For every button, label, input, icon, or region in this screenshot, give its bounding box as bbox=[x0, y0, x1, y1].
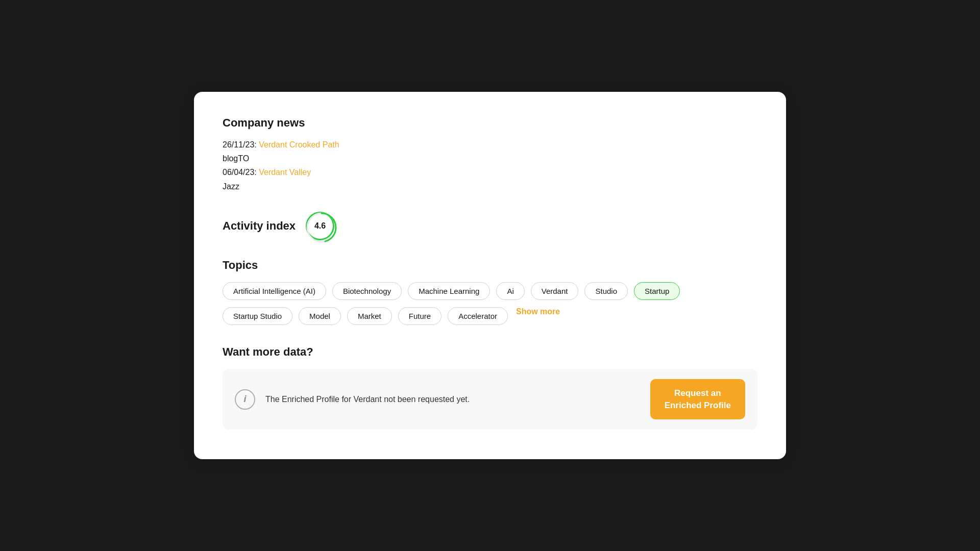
topic-tag-market[interactable]: Market bbox=[347, 307, 392, 325]
topic-tag-ai[interactable]: Artificial Intelligence (AI) bbox=[223, 282, 326, 300]
news-link-2[interactable]: Verdant Valley bbox=[259, 168, 311, 177]
show-more-button[interactable]: Show more bbox=[516, 307, 560, 325]
activity-section: Activity index 4.6 bbox=[223, 212, 757, 240]
news-date-2: 06/04/23: bbox=[223, 168, 257, 177]
enriched-profile-text: The Enriched Profile for Verdant not bee… bbox=[265, 395, 640, 404]
activity-circle: 4.6 bbox=[306, 212, 334, 240]
news-section: Company news 26/11/23: Verdant Crooked P… bbox=[223, 116, 757, 193]
news-date-1: 26/11/23: bbox=[223, 140, 257, 149]
topics-row-2: Startup Studio Model Market Future Accel… bbox=[223, 307, 757, 325]
info-icon: i bbox=[235, 389, 255, 410]
topics-section: Topics Artificial Intelligence (AI) Biot… bbox=[223, 259, 757, 325]
topic-tag-future[interactable]: Future bbox=[398, 307, 442, 325]
topics-row-1: Artificial Intelligence (AI) Biotechnolo… bbox=[223, 282, 757, 300]
activity-value: 4.6 bbox=[314, 221, 326, 231]
topic-tag-ai-short[interactable]: Ai bbox=[496, 282, 524, 300]
activity-label: Activity index bbox=[223, 219, 296, 233]
news-item-2: 06/04/23: Verdant Valley Jazz bbox=[223, 165, 757, 193]
topics-title: Topics bbox=[223, 259, 757, 272]
news-title: Company news bbox=[223, 116, 757, 130]
topic-tag-verdant[interactable]: Verdant bbox=[531, 282, 579, 300]
enriched-profile-row: i The Enriched Profile for Verdant not b… bbox=[223, 369, 757, 430]
news-source-2: Jazz bbox=[223, 180, 757, 193]
news-source-1: blogTO bbox=[223, 152, 757, 165]
news-item-1: 26/11/23: Verdant Crooked Path blogTO bbox=[223, 138, 757, 165]
topic-tag-ml[interactable]: Machine Learning bbox=[408, 282, 490, 300]
request-enriched-profile-button[interactable]: Request an Enriched Profile bbox=[650, 379, 745, 420]
want-more-title: Want more data? bbox=[223, 345, 757, 359]
topic-tag-startup[interactable]: Startup bbox=[634, 282, 680, 300]
topic-tag-accelerator[interactable]: Accelerator bbox=[448, 307, 508, 325]
topic-tag-studio[interactable]: Studio bbox=[584, 282, 628, 300]
news-link-1[interactable]: Verdant Crooked Path bbox=[259, 140, 339, 149]
want-more-section: Want more data? i The Enriched Profile f… bbox=[223, 345, 757, 430]
topic-tag-biotech[interactable]: Biotechnology bbox=[332, 282, 402, 300]
main-card: Company news 26/11/23: Verdant Crooked P… bbox=[194, 92, 786, 459]
topic-tag-startup-studio[interactable]: Startup Studio bbox=[223, 307, 292, 325]
topic-tag-model[interactable]: Model bbox=[299, 307, 341, 325]
